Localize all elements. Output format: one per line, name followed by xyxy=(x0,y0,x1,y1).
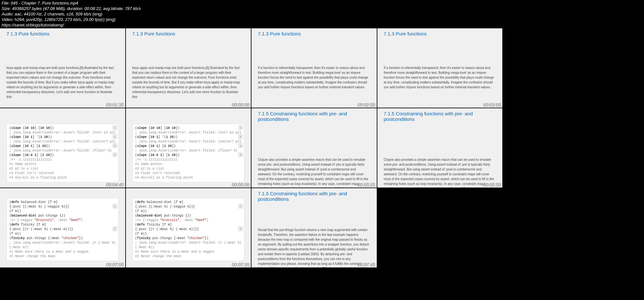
badge-2: 2 xyxy=(238,227,243,231)
code-line: {:post [(= (:meat %) (:meat m))]} xyxy=(9,227,116,232)
code-line: ; java.lang.AssertionError: Assert faile… xyxy=(135,140,242,144)
code-block-slope: 1 2 3 4 (slope [10 10] [10 10]) ; java.l… xyxy=(132,124,245,182)
header-file: File: 045 - Chapter 7. Pure functions.mp… xyxy=(2,1,642,6)
code-line: (balanced-diet put-things {}) xyxy=(135,214,242,218)
code-line: (defn finicky [f m] xyxy=(9,223,116,227)
badge-2: 2 xyxy=(113,227,117,231)
code-line: (finicky put-things {:meat "chicken"}) xyxy=(135,236,242,241)
section-title: 7.1.3 Pure functions xyxy=(6,31,119,36)
thumb-5: 1 2 3 4 (slope [10 10] [10 10]) ; java.l… xyxy=(0,108,125,188)
code-line: {:post [(= (:meat %) (:meat m))]} xyxy=(135,227,242,232)
header-size: Size: 49368257 bytes (47.08 MiB), durati… xyxy=(2,6,642,12)
badge-1: 1 xyxy=(113,204,117,208)
header-url: https://sanet.st/blogs/tutorialseng/ xyxy=(2,23,642,28)
code-line: ;=> {:veggie "broccoli", :meat "beef"} xyxy=(9,218,116,223)
code-line: #1 Make sure there is a meat and a veggi… xyxy=(135,250,242,254)
code-line: #4 Any/all as a floating point xyxy=(135,176,242,180)
timestamp: 00:02:00 xyxy=(232,102,249,107)
body-text: keys-apply and manip-map are both pure f… xyxy=(132,65,245,99)
code-line: ; java.lang.AssertionError: Assert faile… xyxy=(135,131,242,135)
code-line: {:post [(:meat %) (:veggie %)]} xyxy=(9,205,116,209)
timestamp: 00:03:05 xyxy=(483,102,501,107)
timestamp: 00:05:25 xyxy=(357,182,375,187)
code-line: (slope [10 1] [1 20]) xyxy=(135,144,242,149)
timestamp: 00:05:00 xyxy=(232,182,249,187)
body-text: If a function is referentially transpare… xyxy=(384,65,496,90)
code-line: #1 Make sure there is a meat and a veggi… xyxy=(9,250,116,254)
code-line: (defn balanced-diet [f m] xyxy=(135,200,242,205)
code-block-slope: 1 2 3 4 (slope [10 10] [10 10]) ; java.l… xyxy=(6,124,119,182)
badge-3: 3 xyxy=(238,143,243,148)
timestamp: 00:07:20 xyxy=(232,262,249,267)
code-line: (f m)) xyxy=(135,232,242,236)
code-line: #2 p2 is a List xyxy=(135,167,242,171)
thumb-9: 1 2 (defn balanced-diet [f m] {:post [(:… xyxy=(0,188,125,267)
timestamp: 00:04:40 xyxy=(106,182,123,187)
header-audio: Audio: aac, 44100 Hz, 2 channels, s16, 5… xyxy=(2,12,642,17)
code-line: (finicky put-things {:meat "chicken"}) xyxy=(9,236,116,241)
code-line: #3 Float isn't returned xyxy=(135,171,242,176)
badge-1: 1 xyxy=(113,125,117,130)
code-line: ;=> -2.111111111111111 xyxy=(9,158,116,162)
thumb-4: 7.1.3 Pure functions If a function is re… xyxy=(377,28,503,108)
code-block-diet: 1 2 (defn balanced-diet [f m] {:post [(:… xyxy=(6,198,119,261)
section-title: 7.1.5 Constraining functions with pre- a… xyxy=(258,111,370,122)
code-line: #2 Never change the meat xyxy=(135,254,242,259)
code-line: #1 Same points xyxy=(135,162,242,167)
code-line: ; java.lang.AssertionError: Assert faile… xyxy=(9,149,116,153)
badge-3: 3 xyxy=(113,143,117,148)
thumb-12-empty xyxy=(377,188,503,267)
code-line: ; java.lang.AssertionError: Assert faile… xyxy=(135,149,242,153)
thumb-2: 7.1.3 Pure functions keys-apply and mani… xyxy=(126,28,251,108)
badge-4: 4 xyxy=(238,152,243,157)
code-line: #3 Float isn't returned xyxy=(9,171,116,176)
code-line: {:post [(:meat %) (:veggie %)]} xyxy=(135,205,242,209)
code-line: ;=> -2.111111111111111 xyxy=(135,158,242,162)
code-line: (balanced-diet put-things {}) xyxy=(9,214,116,218)
thumb-10: 1 2 (defn balanced-diet [f m] {:post [(:… xyxy=(126,188,251,267)
code-line: ; java.lang.AssertionError: Assert faile… xyxy=(9,241,116,250)
body-text: keys-apply and manip-map are both pure f… xyxy=(6,65,119,99)
timestamp: 00:05:50 xyxy=(483,182,501,187)
code-line: (f m)) xyxy=(9,232,116,236)
code-line: (defn balanced-diet [f m] xyxy=(9,200,116,205)
body-text: Clojure also provides a simple assertion… xyxy=(258,157,370,188)
section-title: 7.1.5 Constraining functions with pre- a… xyxy=(384,111,496,122)
file-info-header: File: 045 - Chapter 7. Pure functions.mp… xyxy=(0,0,644,28)
badge-2: 2 xyxy=(238,134,243,139)
code-line: (defn finicky [f m] xyxy=(135,223,242,227)
timestamp: 00:01:35 xyxy=(106,102,123,107)
body-text: If a function is referentially transpare… xyxy=(258,65,370,90)
thumbnail-grid: 7.1.3 Pure functions keys-apply and mani… xyxy=(0,28,502,267)
code-line: (slope [10 10] [10 10]) xyxy=(135,126,242,131)
code-line: (slope [10 1] '(1 20)) xyxy=(135,135,242,140)
code-line: ; java.lang.AssertionError: Assert faile… xyxy=(135,241,242,250)
header-video: Video: h264, yuv420p, 1280x720, 273 kb/s… xyxy=(2,17,642,23)
thumb-6: 1 2 3 4 (slope [10 10] [10 10]) ; java.l… xyxy=(126,108,251,188)
code-line: #2 p2 is a List xyxy=(9,167,116,171)
code-block-diet: 1 2 (defn balanced-diet [f m] {:post [(:… xyxy=(132,198,245,261)
code-line: ; java.lang.AssertionError: Assert faile… xyxy=(9,140,116,144)
badge-1: 1 xyxy=(238,125,243,130)
code-line: (f m)) xyxy=(9,209,116,214)
thumb-8: 7.1.5 Constraining functions with pre- a… xyxy=(377,108,503,188)
section-title: 7.1.3 Pure functions xyxy=(258,31,370,36)
code-line: ;=> {:veggie "broccoli", :meat "beef"} xyxy=(135,218,242,223)
code-line: ; java.lang.AssertionError: Assert faile… xyxy=(9,131,116,135)
body-text: Clojure also provides a simple assertion… xyxy=(384,157,496,188)
thumb-3: 7.1.3 Pure functions If a function is re… xyxy=(251,28,377,108)
code-line: #2 Never change the meat xyxy=(9,254,116,259)
code-line: (f m)) xyxy=(135,209,242,214)
section-title: 7.1.3 Pure functions xyxy=(384,31,496,36)
code-line: #1 Same points xyxy=(9,162,116,167)
code-line: #4 Any/all as a floating point xyxy=(9,176,116,180)
code-line: (slope [10 1] '(1 20)) xyxy=(9,135,116,140)
badge-1: 1 xyxy=(238,204,243,208)
code-line: (slope [10 10] [10 10]) xyxy=(9,126,116,131)
badge-4: 4 xyxy=(113,152,117,157)
body-text: Recall that the put-things function retu… xyxy=(258,227,370,267)
code-line: (slope [10 1] [1 20]) xyxy=(9,144,116,149)
timestamp: 00:07:45 xyxy=(357,262,375,267)
badge-2: 2 xyxy=(113,134,117,139)
thumb-7: 7.1.5 Constraining functions with pre- a… xyxy=(251,108,377,188)
